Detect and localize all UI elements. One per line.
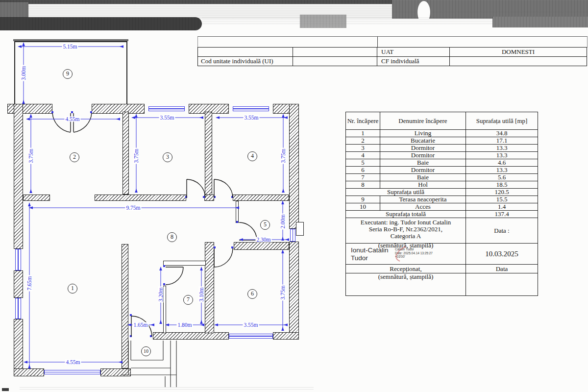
signer-name: Ionut-Catalin Tudor [346,246,395,262]
room-label-2: 2 [70,152,79,162]
dim-label: 3.55m [159,115,175,121]
subtotal-value: 120.5 [466,189,538,196]
data-label-cell: Data : [466,218,538,244]
room-label-7: 7 [183,295,193,305]
row-nr: 2 [346,137,380,145]
receptionat-stamp-cell: (semnătură, ștampilă) [346,273,466,296]
signature-stroke [391,245,411,262]
dim-label: 3.00m [21,65,26,81]
row-nr: 1 [346,130,380,137]
row-nr: 6 [346,167,380,174]
row-area: 17.1 [466,137,538,145]
col-header-area: Suprafața utilă [mp] [466,112,538,130]
row-area: 1.4 [466,203,538,211]
executant-line: Categoria A [346,233,466,240]
dim-label: 1.80m [176,322,193,328]
header-cell-cf: CF individuală [377,57,450,66]
executant-line: Executant: ing. Tudor Ionut Catalin [346,219,466,226]
empty-cell [466,273,538,296]
signature-date-cell: 10.03.2025 [466,244,538,265]
room-areas-table: Nr. încăpere Denumire încăpere Suprafața… [345,112,538,296]
dim-label: 4.55m [64,117,80,122]
row-area: 15.5 [466,196,538,203]
header-cell [293,57,377,66]
dim-label: 3.75m [134,147,139,164]
dim-label: 3.20m [158,286,164,302]
header-table-upper-row [197,36,588,48]
scanned-cadastral-sheet: 5.15m 3.00m 4.55m 3.75m 3.55m 3.75m 3.55… [0,0,588,392]
dim-label: 2.00m [280,213,286,229]
receptionat-data-cell: Data [466,265,538,273]
header-cell [198,48,293,57]
room-label-3: 3 [163,152,172,162]
room-label-6: 6 [247,289,257,299]
row-nr: 9 [346,196,380,203]
header-cell [293,48,377,57]
dim-label: 2.30m [255,237,271,243]
row-name: Acces [380,203,466,211]
row-area: 13.3 [466,145,538,152]
header-cell-domnesti: DOMNESTI [450,48,587,57]
row-name: Bucatarie [380,137,466,145]
row-name: Baie [380,159,466,167]
room-label-10: 10 [141,346,151,356]
row-area: 18.5 [466,181,538,189]
room-label-8: 8 [167,232,177,242]
row-area: 13.3 [466,152,538,159]
total-value: 137.4 [466,211,538,218]
row-nr: 8 [346,181,380,189]
row-area: 4.6 [466,159,538,167]
dim-label: 5.15m [62,44,78,49]
dim-label: 3.55m [243,322,259,328]
dim-label: 3.75m [280,284,286,300]
room-label-9: 9 [63,69,73,79]
row-nr: 5 [346,159,380,167]
row-area: 5.6 [466,174,538,181]
row-area: 13.3 [466,167,538,174]
row-name: Terasa neacoperita [380,196,466,203]
dim-label: 4.55m [65,360,81,365]
row-nr: 4 [346,152,380,159]
row-name: Hol [380,181,466,189]
room-label-1: 1 [68,284,77,294]
total-label: Suprafața totală [346,211,466,218]
divider [377,37,378,48]
dim-label: 3.10m [199,286,204,302]
signature-cell: (semnătură, ștampilă) Ionut-Catalin Tudo… [346,244,466,265]
header-cell-cod-ui: Cod unitate individuală (UI) [198,57,293,66]
door-arcs [52,113,257,337]
row-name: Dormitor [380,167,466,174]
row-name: Baie [380,174,466,181]
subtotal-label: Suprafața utilă [346,189,466,196]
executant-line: Seria Ro-B-F, Nr.2362/2021, [346,226,466,233]
header-cell [450,57,587,66]
row-area: 34.8 [466,130,538,137]
row-nr: 3 [346,145,380,152]
col-header-name: Denumire încăpere [380,112,466,130]
dim-label: 3.75m [28,147,34,164]
executant-cell: Executant: ing. Tudor Ionut Catalin Seri… [346,218,466,244]
dimension-lines [20,44,287,367]
row-nr: 10 [346,203,380,211]
header-cell-uat: UAT [377,48,450,57]
room-label-5: 5 [260,220,270,230]
row-name: Dormitor [380,152,466,159]
col-header-nr: Nr. încăpere [346,112,380,130]
dim-label: 9.75m [125,205,141,211]
header-table: UAT DOMNESTI Cod unitate individuală (UI… [197,47,587,66]
scan-noise [492,17,588,27]
row-nr: 7 [346,174,380,181]
dim-label: 1.65m [132,322,148,328]
dim-label: 3.75m [281,147,286,164]
dim-label: 3.55m [243,115,259,121]
row-name: Living [380,130,466,137]
receptionat-cell: Recepționat, [346,265,466,273]
room-label-4: 4 [247,151,257,161]
dim-label: 7.65m [27,275,32,291]
row-name: Dormitor [380,145,466,152]
